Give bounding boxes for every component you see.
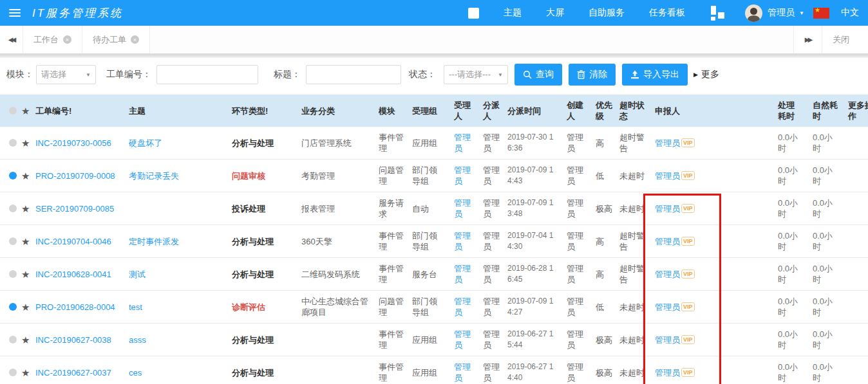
star-icon[interactable]: ★: [21, 302, 30, 313]
search-button[interactable]: 查询: [514, 64, 562, 86]
nav-taskboard[interactable]: 任务看板: [649, 7, 685, 19]
clear-button[interactable]: 清除: [569, 64, 616, 86]
subject-link[interactable]: 考勤记录丢失: [129, 170, 179, 181]
search-icon: [523, 70, 532, 79]
reporter-link[interactable]: 管理员: [655, 138, 680, 148]
reporter-link[interactable]: 管理员: [655, 302, 680, 312]
apps-grid-icon[interactable]: [711, 5, 726, 21]
row-select-dot[interactable]: [9, 139, 17, 147]
star-icon[interactable]: ★: [21, 334, 30, 345]
acceptor-link[interactable]: 管理员: [454, 165, 476, 187]
import-export-button[interactable]: 导入导出: [622, 64, 688, 86]
star-icon[interactable]: ★: [21, 367, 30, 378]
col-more-actions[interactable]: 更多操作: [842, 95, 868, 127]
row-select-dot[interactable]: [9, 205, 17, 212]
tabs-scroll-left-button[interactable]: ◀◀: [0, 26, 23, 53]
col-reporter[interactable]: 申报人: [646, 95, 768, 127]
avatar[interactable]: [745, 5, 762, 22]
tab-close-icon[interactable]: ×: [63, 35, 71, 44]
star-icon[interactable]: ★: [21, 203, 30, 214]
row-select-dot[interactable]: [9, 369, 17, 376]
acceptor-link[interactable]: 管理员: [454, 329, 476, 351]
acceptor-link[interactable]: 管理员: [454, 230, 476, 252]
col-dispatch-time[interactable]: 分派时间: [507, 95, 561, 127]
title-input[interactable]: [306, 65, 401, 84]
subject-link[interactable]: asss: [129, 334, 146, 345]
subject-link[interactable]: 硬盘坏了: [129, 138, 162, 149]
star-icon[interactable]: ★: [21, 105, 30, 116]
col-order-no[interactable]: 工单编号!: [35, 95, 129, 127]
col-business-category[interactable]: 业务分类: [301, 95, 379, 127]
natural-hours-text: 0.0小时: [813, 361, 838, 383]
col-priority[interactable]: 优先级: [590, 95, 618, 127]
user-menu[interactable]: 管理员 ▼: [768, 7, 804, 19]
tab-todo-orders[interactable]: 待办工单 ×: [82, 26, 150, 53]
module-text: 事件管理: [379, 329, 404, 351]
reporter-link[interactable]: 管理员: [655, 270, 680, 279]
table-row: ★ INC-20190730-0056 硬盘坏了 分析与处理 门店管理系统 事件…: [0, 127, 868, 160]
status-select[interactable]: ---请选择--- ▼: [444, 65, 508, 84]
order-no-input[interactable]: [156, 65, 258, 84]
col-module[interactable]: 模块: [379, 95, 412, 127]
more-filters-toggle[interactable]: ▶ 更多: [693, 69, 719, 80]
row-select-dot[interactable]: [9, 303, 17, 311]
tabs-scroll-right-button[interactable]: ▶▶: [793, 26, 822, 53]
reporter-link[interactable]: 管理员: [655, 237, 680, 246]
reporter-link[interactable]: 管理员: [655, 171, 680, 181]
acceptor-link[interactable]: 管理员: [454, 296, 476, 318]
module-select[interactable]: 请选择 ▼: [36, 65, 96, 84]
order-number-link[interactable]: INC-20190627-0037: [35, 367, 111, 378]
fullscreen-icon[interactable]: [468, 8, 479, 19]
order-number-link[interactable]: INC-20190627-0038: [35, 334, 111, 345]
reporter-link[interactable]: 管理员: [655, 204, 680, 214]
row-select-dot[interactable]: [9, 336, 17, 343]
star-icon[interactable]: ★: [21, 138, 30, 149]
order-number-link[interactable]: INC-20190628-0041: [35, 269, 111, 280]
subject-link[interactable]: test: [129, 302, 142, 313]
nav-bigscreen[interactable]: 大屏: [546, 7, 564, 19]
row-select-dot[interactable]: [9, 270, 17, 278]
col-timeout-status[interactable]: 超时状态: [618, 95, 646, 127]
dispatcher-text: 管理员: [483, 263, 505, 285]
tab-close-icon[interactable]: ×: [131, 35, 139, 44]
col-accept-group[interactable]: 受理组: [412, 95, 449, 127]
select-all-dot[interactable]: [9, 107, 17, 114]
reporter-link[interactable]: 管理员: [655, 335, 680, 345]
acceptor-link[interactable]: 管理员: [454, 197, 476, 219]
reporter-link[interactable]: 管理员: [655, 368, 680, 378]
menu-icon[interactable]: [9, 7, 21, 19]
col-process-hours[interactable]: 处理耗时: [768, 95, 806, 127]
star-icon[interactable]: ★: [21, 269, 30, 280]
nav-selfservice[interactable]: 自助服务: [589, 7, 625, 19]
nav-theme[interactable]: 主题: [504, 7, 522, 19]
order-number-link[interactable]: SER-20190709-0085: [35, 203, 114, 214]
col-subject[interactable]: 主题: [129, 95, 232, 127]
order-number-link[interactable]: PRO-20190709-0008: [35, 170, 115, 181]
col-natural-hours[interactable]: 自然耗时: [806, 95, 842, 127]
row-select-dot[interactable]: [9, 172, 17, 179]
row-select-dot[interactable]: [9, 237, 17, 245]
star-icon[interactable]: ★: [21, 236, 30, 247]
language-switch[interactable]: 中文: [841, 7, 859, 19]
acceptor-link[interactable]: 管理员: [454, 361, 476, 383]
dispatcher-text: 管理员: [483, 296, 505, 318]
acceptor-link[interactable]: 管理员: [454, 132, 476, 154]
acceptor-link[interactable]: 管理员: [454, 263, 476, 285]
process-hours-text: 0.0小时: [778, 230, 802, 252]
col-creator[interactable]: 创建人: [561, 95, 590, 127]
col-dispatcher[interactable]: 分派人: [478, 95, 507, 127]
tab-workbench[interactable]: 工作台 ×: [23, 26, 82, 53]
process-hours-text: 0.0小时: [778, 165, 802, 187]
order-number-link[interactable]: INC-20190704-0046: [35, 236, 111, 247]
subject-link[interactable]: 测试: [129, 269, 146, 280]
vip-badge: VIP: [681, 270, 695, 279]
order-number-link[interactable]: INC-20190730-0056: [35, 138, 111, 149]
col-step-type[interactable]: 环节类型!: [232, 95, 301, 127]
subject-link[interactable]: 定时事件派发: [129, 236, 179, 247]
star-icon[interactable]: ★: [21, 170, 30, 181]
subject-link[interactable]: ces: [129, 367, 142, 378]
col-acceptor[interactable]: 受理人: [449, 95, 478, 127]
tabs-close-menu[interactable]: 关闭: [822, 26, 868, 53]
china-flag-icon[interactable]: ★: [813, 8, 829, 19]
order-number-link[interactable]: PRO-20190628-0004: [35, 302, 115, 313]
